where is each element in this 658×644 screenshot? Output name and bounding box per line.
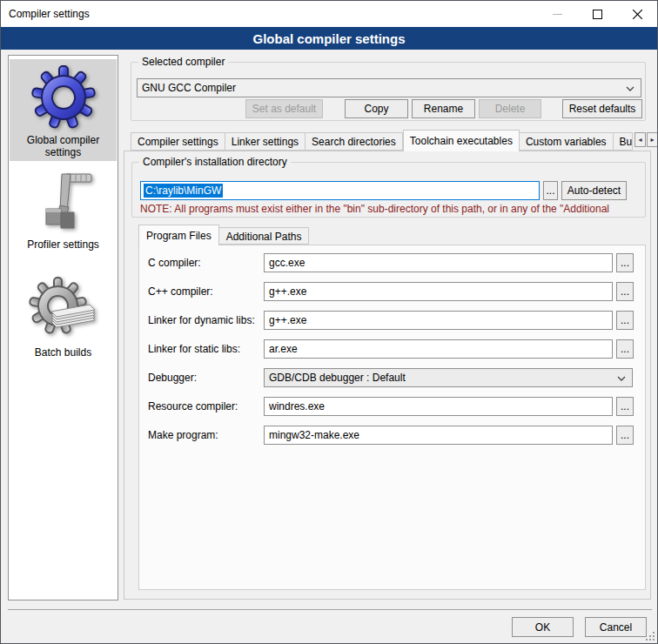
installation-directory-group: Compiler's installation directory C:\ray… [131,162,646,218]
tab-search-directories[interactable]: Search directories [306,132,403,151]
close-button[interactable] [617,1,657,27]
tab-scroll-right-button[interactable]: ▸ [647,132,658,147]
installation-directory-selected-text: C:\raylib\MinGW [144,184,223,198]
sidebar-item-label: Batch builds [18,346,109,359]
installation-directory-note: NOTE: All programs must exist either in … [140,203,643,215]
tab-linker-settings[interactable]: Linker settings [225,132,306,151]
resource-compiler-browse-button[interactable]: ... [616,397,634,416]
close-icon [633,10,642,19]
sidebar-item-profiler-settings[interactable]: Profiler settings [10,165,117,267]
make-program-label: Make program: [148,426,218,445]
selected-compiler-dropdown[interactable]: GNU GCC Compiler [137,78,641,97]
cancel-button[interactable]: Cancel [585,617,647,637]
debugger-dropdown[interactable]: GDB/CDB debugger : Default [264,368,633,387]
c-compiler-input[interactable] [264,253,613,272]
tab-additional-paths[interactable]: Additional Paths [219,227,310,245]
blue-gear-icon [30,64,97,131]
sidebar-item-label: Global compiler settings [18,134,109,158]
titlebar: Compiler settings [1,1,657,27]
compiler-settings-dialog: Compiler settings Global compiler settin… [0,0,658,644]
tab-scroll-left-button[interactable]: ◂ [634,132,646,147]
make-program-input[interactable] [264,426,613,445]
gray-gear-stack-icon [29,277,98,343]
chevron-down-icon [626,86,634,91]
minimize-icon [553,10,562,19]
cpp-compiler-label: C++ compiler: [148,282,213,301]
c-compiler-label: C compiler: [148,253,201,272]
maximize-icon [593,10,602,19]
tab-toolchain-executables[interactable]: Toolchain executables [403,130,520,151]
set-as-default-button: Set as default [245,99,323,118]
cpp-compiler-input[interactable] [264,282,613,301]
compiler-settings-tabstrip: Compiler settings Linker settings Search… [131,130,633,151]
arrow-right-icon: ▸ [650,136,654,144]
installation-directory-input[interactable]: C:\raylib\MinGW [140,181,540,200]
chevron-down-icon [617,376,626,381]
tab-build-options[interactable]: Build options [614,132,633,151]
reset-defaults-button[interactable]: Reset defaults [562,99,642,118]
installation-directory-browse-button[interactable]: ... [543,181,558,200]
linker-static-label: Linker for static libs: [148,339,240,359]
tab-custom-variables[interactable]: Custom variables [520,132,614,151]
linker-static-input[interactable] [264,339,613,359]
make-program-browse-button[interactable]: ... [616,426,634,445]
auto-detect-button[interactable]: Auto-detect [561,181,627,200]
debugger-label: Debugger: [148,368,197,387]
delete-button: Delete [479,99,541,118]
window-title: Compiler settings [9,8,90,20]
program-files-tabstrip: Program Files Additional Paths [138,225,309,245]
caliper-icon [30,171,97,235]
resource-compiler-label: Resource compiler: [148,397,238,416]
linker-dynamic-label: Linker for dynamic libs: [148,311,255,330]
footer-separator [8,609,652,610]
ok-button[interactable]: OK [512,617,574,637]
resize-grip[interactable] [646,632,655,641]
linker-dynamic-browse-button[interactable]: ... [616,311,634,330]
debugger-value: GDB/CDB debugger : Default [269,372,406,384]
sidebar-item-label: Profiler settings [18,238,109,251]
rename-button[interactable]: Rename [412,99,475,118]
tab-program-files[interactable]: Program Files [138,225,219,245]
page-title: Global compiler settings [252,31,405,46]
c-compiler-browse-button[interactable]: ... [616,253,634,272]
tab-compiler-settings[interactable]: Compiler settings [131,132,225,151]
copy-button[interactable]: Copy [345,99,408,118]
maximize-button[interactable] [577,1,617,27]
minimize-button[interactable] [537,1,577,27]
resource-compiler-input[interactable] [264,397,613,416]
selected-compiler-value: GNU GCC Compiler [142,82,236,94]
installation-directory-legend: Compiler's installation directory [139,156,291,168]
arrow-left-icon: ◂ [638,136,641,144]
program-files-page: C compiler: ... C++ compiler: ... Linker… [138,245,646,590]
sidebar-item-global-compiler-settings[interactable]: Global compiler settings [10,59,117,161]
dialog-header: Global compiler settings [1,27,657,50]
sidebar-item-batch-builds[interactable]: Batch builds [10,272,117,373]
cpp-compiler-browse-button[interactable]: ... [616,282,634,301]
selected-compiler-legend: Selected compiler [138,56,228,68]
linker-static-browse-button[interactable]: ... [616,339,634,359]
linker-dynamic-input[interactable] [264,311,613,330]
settings-sidebar: Global compiler settings Profiler settin… [8,55,118,600]
